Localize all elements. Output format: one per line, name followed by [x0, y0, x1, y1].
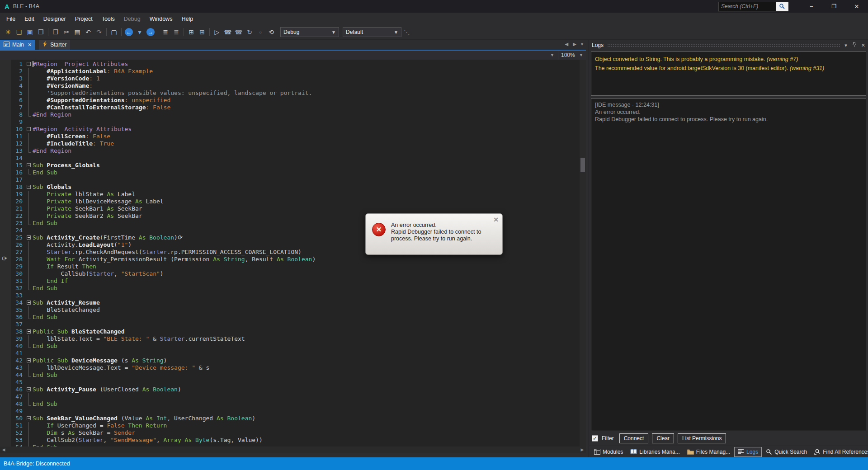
- panel-tab-quick-search[interactable]: Quick Search: [763, 447, 810, 456]
- line-number[interactable]: 13: [0, 147, 26, 155]
- comment-icon[interactable]: ≣: [160, 27, 170, 37]
- line-number[interactable]: 52: [0, 429, 26, 437]
- line-number[interactable]: 19: [0, 191, 26, 198]
- line-number[interactable]: 32: [0, 285, 26, 292]
- code-line[interactable]: 4 #VersionName:: [0, 82, 580, 89]
- code-line[interactable]: 53 CallSub2(Starter, "SendMessage", Arra…: [0, 437, 580, 444]
- line-number[interactable]: 54: [0, 444, 26, 446]
- clear-button[interactable]: Clear: [652, 433, 674, 443]
- line-number[interactable]: 1: [0, 61, 26, 68]
- code-line[interactable]: 54End Sub: [0, 444, 580, 446]
- menu-project[interactable]: Project: [71, 14, 97, 24]
- search-input[interactable]: [718, 2, 776, 11]
- line-number[interactable]: 48: [0, 400, 26, 408]
- line-number[interactable]: 41: [0, 350, 26, 357]
- panel-tab-libraries-mana[interactable]: Libraries Mana...: [627, 447, 683, 456]
- line-number[interactable]: 25: [0, 234, 26, 241]
- find-icon[interactable]: ▢: [109, 27, 119, 37]
- toolbar-overflow-icon[interactable]: ⋱: [402, 27, 412, 37]
- close-button[interactable]: ✕: [845, 0, 868, 13]
- code-line[interactable]: 45: [0, 379, 580, 386]
- line-number[interactable]: 34: [0, 299, 26, 306]
- line-number[interactable]: 20: [0, 198, 26, 205]
- line-number[interactable]: 24: [0, 227, 26, 234]
- fold-start-marker[interactable]: [26, 415, 33, 422]
- code-line[interactable]: 33: [0, 292, 580, 299]
- line-number[interactable]: 35: [0, 306, 26, 314]
- code-line[interactable]: 41: [0, 350, 580, 357]
- vertical-scrollbar[interactable]: [580, 60, 586, 446]
- code-line[interactable]: 51 If UserChanged = False Then Return: [0, 422, 580, 429]
- messages-log-box[interactable]: [IDE message - 12:24:31]An error occurre…: [591, 98, 866, 431]
- code-line[interactable]: 14: [0, 155, 580, 162]
- line-number[interactable]: 8: [0, 111, 26, 118]
- line-number[interactable]: 51: [0, 422, 26, 429]
- tab-scroll-left-icon[interactable]: ◀: [565, 42, 569, 47]
- dialog-close-icon[interactable]: ✕: [493, 216, 499, 223]
- code-line[interactable]: 29 If Result Then: [0, 263, 580, 270]
- line-number[interactable]: 29: [0, 263, 26, 270]
- list-permissions-button[interactable]: List Permissions: [678, 433, 726, 443]
- line-number[interactable]: 43: [0, 364, 26, 371]
- code-line[interactable]: 17: [0, 176, 580, 183]
- line-number[interactable]: 18: [0, 183, 26, 191]
- code-line[interactable]: 2 #ApplicationLabel: B4A Example: [0, 68, 580, 75]
- designer-icon[interactable]: ⊞: [186, 27, 196, 37]
- build-configuration-dropdown[interactable]: Debug▼: [280, 27, 339, 37]
- code-line[interactable]: 34Sub Activity_Resume: [0, 299, 580, 306]
- code-line[interactable]: 31 End If: [0, 277, 580, 285]
- panel-drag-texture[interactable]: [607, 44, 841, 47]
- search-icon[interactable]: [776, 2, 788, 11]
- line-number[interactable]: 11: [0, 133, 26, 140]
- filter-checkbox[interactable]: ✓: [592, 435, 598, 442]
- line-number[interactable]: 46: [0, 386, 26, 393]
- code-line[interactable]: 35 BleStateChanged: [0, 306, 580, 314]
- menu-file[interactable]: File: [2, 14, 20, 24]
- scroll-right-icon[interactable]: ▶: [579, 447, 586, 452]
- panel-tab-modules[interactable]: Modules: [591, 447, 626, 456]
- pin-icon[interactable]: [852, 42, 857, 48]
- export-icon[interactable]: ❒: [36, 27, 46, 37]
- code-line[interactable]: 52 Dim s As SeekBar = Sender: [0, 429, 580, 437]
- line-number[interactable]: 30: [0, 270, 26, 277]
- menu-designer[interactable]: Designer: [39, 14, 71, 24]
- close-panel-icon[interactable]: ✕: [861, 42, 865, 48]
- close-tab-icon[interactable]: ✕: [28, 42, 32, 48]
- line-number[interactable]: 26: [0, 241, 26, 249]
- save-icon[interactable]: ▣: [25, 27, 35, 37]
- redo-icon[interactable]: ↷: [94, 27, 104, 37]
- code-line[interactable]: 50Sub SeekBar_ValueChanged (Value As Int…: [0, 415, 580, 422]
- code-line[interactable]: 47: [0, 393, 580, 400]
- line-number[interactable]: 7: [0, 104, 26, 111]
- line-number[interactable]: 17: [0, 176, 26, 183]
- code-line[interactable]: 12 #IncludeTitle: True: [0, 140, 580, 147]
- code-line[interactable]: 28 Wait For Activity_PermissionResult (P…: [0, 256, 580, 263]
- menu-tools[interactable]: Tools: [97, 14, 119, 24]
- code-line[interactable]: 44End Sub: [0, 371, 580, 379]
- code-line[interactable]: 3 #VersionCode: 1: [0, 75, 580, 82]
- line-number[interactable]: 38: [0, 328, 26, 335]
- menu-windows[interactable]: Windows: [145, 14, 177, 24]
- line-number[interactable]: 21: [0, 205, 26, 212]
- code-line[interactable]: 48End Sub: [0, 400, 580, 408]
- panel-tab-files-manag[interactable]: Files Manag...: [684, 447, 733, 456]
- code-line[interactable]: 1#Region Project Attributes: [0, 61, 580, 68]
- code-line[interactable]: 5 'SupportedOrientations possible values…: [0, 89, 580, 97]
- code-line[interactable]: 21 Private SeekBar1 As SeekBar: [0, 205, 580, 212]
- line-number[interactable]: 36: [0, 314, 26, 321]
- fold-start-marker[interactable]: [26, 299, 33, 306]
- line-number[interactable]: 37: [0, 321, 26, 328]
- line-number[interactable]: 44: [0, 371, 26, 379]
- connect-button[interactable]: Connect: [619, 433, 649, 443]
- fold-start-marker[interactable]: [26, 183, 33, 191]
- menu-help[interactable]: Help: [177, 14, 198, 24]
- navigate-back-icon[interactable]: ←: [125, 28, 133, 36]
- fold-start-marker[interactable]: [26, 234, 33, 241]
- code-line[interactable]: 42Public Sub DeviceMessage (s As String): [0, 357, 580, 364]
- code-line[interactable]: 46Sub Activity_Pause (UserClosed As Bool…: [0, 386, 580, 393]
- line-number[interactable]: 23: [0, 220, 26, 227]
- panel-tab-logs[interactable]: Logs: [734, 447, 762, 457]
- line-number[interactable]: 14: [0, 155, 26, 162]
- line-number[interactable]: 49: [0, 408, 26, 415]
- tab-scroll-right-icon[interactable]: ▶: [573, 42, 576, 47]
